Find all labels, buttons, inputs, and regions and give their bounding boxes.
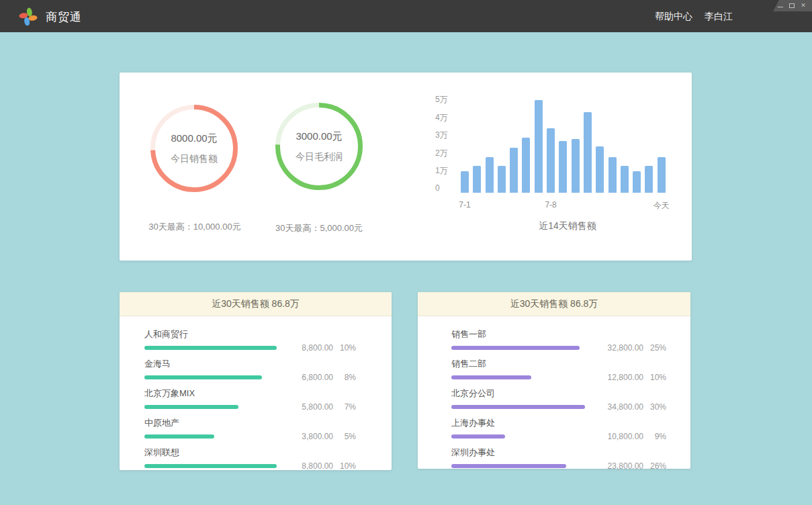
rank-row: 上海办事处10,800.009%	[451, 417, 666, 441]
rank-bar	[144, 405, 238, 409]
rank-row-percent: 10%	[333, 343, 356, 353]
chart-bar	[621, 166, 629, 193]
customer-rank-card: 近30天销售额 86.8万 人和商贸行8,800.0010%金海马6,800.0…	[120, 292, 392, 470]
rank-row-value: 12,800.00	[585, 373, 643, 382]
rank-bar	[144, 375, 262, 379]
top-nav: 帮助中心 李白江	[655, 11, 733, 23]
today-sales-ring: 8000.00元 今日销售额	[150, 105, 238, 192]
rank-row-value: 8,800.00	[277, 461, 333, 471]
pinwheel-logo-icon	[19, 7, 38, 26]
y-tick: 5万	[435, 94, 448, 105]
chart-bar	[633, 171, 641, 193]
chart-bar	[547, 128, 555, 193]
department-rank-list: 销售一部32,800.0025%销售二部12,800.0010%北京分公司34,…	[418, 316, 690, 471]
chart-bar	[645, 166, 653, 193]
minimize-button[interactable]	[777, 2, 784, 10]
rank-bar	[451, 346, 580, 350]
rank-row: 中原地产3,800.005%	[144, 417, 356, 441]
today-profit-value: 3000.00元	[296, 130, 342, 143]
x-tick: 7-1	[459, 200, 470, 210]
department-rank-card: 近30天销售额 86.8万 销售一部32,800.0025%销售二部12,800…	[418, 292, 690, 469]
today-sales-max-30d: 30天最高：10,000.00元	[128, 221, 262, 233]
overview-card: 8000.00元 今日销售额 30天最高：10,000.00元 3000.00元…	[120, 73, 692, 261]
rank-row: 销售二部12,800.0010%	[451, 358, 666, 382]
today-profit-label: 今日毛利润	[296, 151, 343, 163]
rank-row: 金海马6,800.008%	[144, 358, 356, 382]
rank-bar	[144, 434, 214, 439]
rank-row-name: 北京分公司	[451, 387, 666, 400]
today-profit-ring: 3000.00元 今日毛利润	[275, 103, 363, 190]
y-tick: 4万	[435, 112, 448, 124]
rank-row-value: 32,800.00	[585, 343, 643, 353]
rank-bar	[451, 405, 585, 409]
chart-bar	[522, 138, 530, 193]
customer-rank-title: 近30天销售额 86.8万	[120, 292, 392, 316]
chart-bar	[486, 157, 494, 193]
titlebar: 商贸通 帮助中心 李白江 ✕	[0, 0, 812, 32]
chart-bar	[658, 157, 666, 193]
chart-bar	[535, 100, 543, 193]
y-tick: 2万	[435, 148, 448, 159]
x-tick: 今天	[653, 200, 670, 212]
chart-bar	[510, 148, 518, 193]
bar-chart-title: 近14天销售额	[539, 220, 596, 232]
rank-row: 人和商贸行8,800.0010%	[144, 328, 356, 353]
rank-row-value: 10,800.00	[585, 432, 643, 441]
rank-row-name: 中原地产	[144, 417, 356, 429]
rank-row-value: 23,800.00	[585, 461, 643, 471]
rank-row-name: 上海办事处	[451, 417, 666, 429]
customer-rank-list: 人和商贸行8,800.0010%金海马6,800.008%北京万象MIX5,80…	[120, 316, 392, 471]
chart-bar	[473, 166, 481, 193]
rank-row: 北京分公司34,800.0030%	[451, 387, 666, 412]
rank-row: 深圳办事处23,800.0026%	[451, 447, 666, 471]
maximize-icon	[789, 3, 795, 8]
rank-row-name: 人和商贸行	[144, 328, 356, 340]
chart-bar	[559, 141, 567, 193]
rank-row-value: 5,800.00	[277, 402, 333, 412]
y-tick: 1万	[435, 165, 448, 177]
rank-row-value: 3,800.00	[277, 432, 333, 441]
close-icon: ✕	[801, 3, 806, 9]
app-title: 商贸通	[46, 9, 82, 25]
rank-row-percent: 5%	[333, 432, 356, 441]
department-rank-title: 近30天销售额 86.8万	[418, 292, 690, 316]
rank-row-value: 6,800.00	[277, 373, 333, 382]
rank-bar	[451, 375, 531, 379]
bar-chart-bars	[461, 99, 666, 193]
rank-row: 北京万象MIX5,800.007%	[144, 387, 356, 412]
rank-bar	[451, 464, 566, 468]
rank-row-name: 深圳办事处	[451, 447, 666, 459]
chart-bar	[584, 112, 592, 193]
rank-row-name: 北京万象MIX	[144, 387, 356, 400]
rank-bar	[451, 434, 505, 439]
rank-row-percent: 9%	[643, 432, 666, 441]
chart-bar	[498, 166, 506, 193]
rank-row-percent: 8%	[333, 373, 356, 382]
close-button[interactable]: ✕	[800, 2, 807, 10]
y-tick: 0	[435, 183, 440, 193]
rank-row-percent: 25%	[643, 343, 666, 353]
rank-row-percent: 30%	[643, 402, 666, 412]
rank-bar	[144, 464, 277, 468]
chart-bar	[596, 146, 604, 193]
nav-username[interactable]: 李白江	[705, 11, 733, 23]
chart-bar	[461, 171, 469, 193]
rank-row-percent: 26%	[643, 461, 666, 471]
rank-bar	[144, 346, 277, 350]
rank-row-percent: 7%	[333, 402, 356, 412]
minimize-icon	[778, 7, 783, 7]
today-sales-value: 8000.00元	[171, 132, 217, 145]
rank-row-percent: 10%	[333, 461, 356, 471]
x-tick: 7-8	[545, 200, 556, 210]
y-tick: 3万	[435, 130, 448, 141]
rank-row-value: 34,800.00	[585, 402, 643, 412]
rank-row-name: 销售二部	[451, 358, 666, 370]
chart-bar	[572, 139, 580, 193]
maximize-button[interactable]	[788, 2, 795, 10]
window-controls: ✕	[773, 0, 812, 11]
rank-row-value: 8,800.00	[277, 343, 333, 353]
nav-help-center[interactable]: 帮助中心	[655, 11, 692, 23]
rank-row-name: 销售一部	[451, 328, 666, 340]
rank-row-name: 深圳联想	[144, 447, 356, 459]
today-profit-max-30d: 30天最高：5,000.00元	[252, 222, 386, 234]
